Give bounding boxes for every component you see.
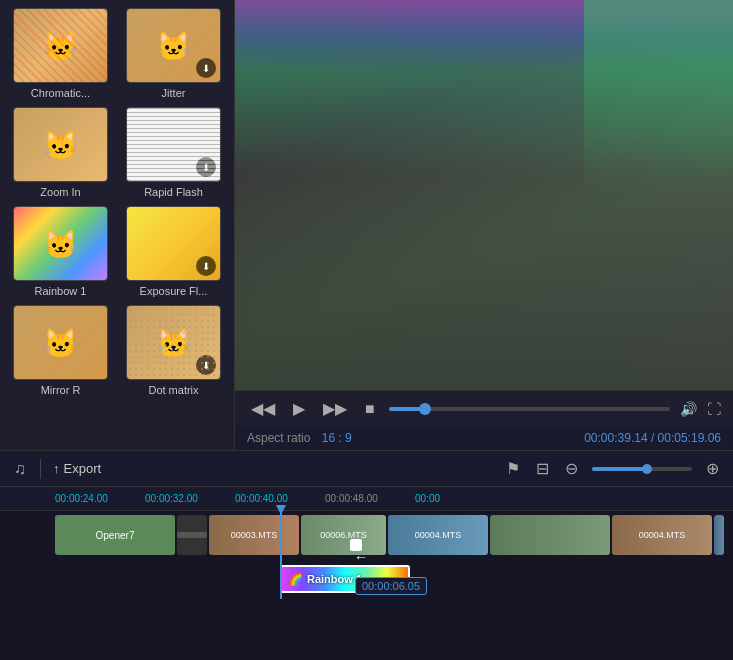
clip-opener7[interactable]: Opener7 — [55, 515, 175, 555]
effect-thumb-chromatic[interactable]: 🐱 — [13, 8, 108, 83]
playhead[interactable] — [280, 511, 282, 599]
music-note-button[interactable]: ♫ — [12, 458, 28, 480]
zoom-fill — [592, 467, 647, 471]
clip-people[interactable] — [490, 515, 610, 555]
effect-label-zoomin: Zoom In — [40, 186, 80, 198]
aspect-info-bar: Aspect ratio 16 : 9 00:00:39.14 / 00:05:… — [235, 426, 733, 450]
clip-label-opener: Opener7 — [96, 530, 135, 541]
zoom-out-button[interactable]: ⊖ — [563, 457, 580, 480]
rewind-button[interactable]: ◀◀ — [247, 397, 279, 420]
effect-item-dotmatrix[interactable]: 🐱 ⬇ Dot matrix — [121, 305, 226, 396]
effect-item-rainbow[interactable]: 🐱 Rainbow 1 — [8, 206, 113, 297]
effect-item-zoomin[interactable]: 🐱 Zoom In — [8, 107, 113, 198]
timeline-section: 00:00:24.00 00:00:32.00 00:00:40.00 00:0… — [0, 487, 733, 660]
zoom-slider-area — [592, 467, 692, 471]
download-btn-rapidflash[interactable]: ⬇ — [196, 157, 216, 177]
effects-panel: 🐱 Chromatic... 🐱 ⬇ Jitter 🐱 Zoom In — [0, 0, 235, 450]
video-preview — [235, 0, 733, 390]
fast-forward-button[interactable]: ▶▶ — [319, 397, 351, 420]
clip-06mts[interactable]: 00006.MTS — [301, 515, 386, 555]
timeline-tracks-container: Opener7 00003.MTS 00006.MTS 00004.MTS — [0, 511, 733, 599]
timestamp-value: 00:00:06.05 — [362, 580, 420, 592]
zoom-handle[interactable] — [642, 464, 652, 474]
effect-label-mirrorr: Mirror R — [41, 384, 81, 396]
effect-label-rainbow: Rainbow 1 — [35, 285, 87, 297]
ruler-mark-2: 00:00:40.00 — [235, 493, 325, 504]
fullscreen-button[interactable]: ⛶ — [707, 401, 721, 417]
clip-filler[interactable] — [177, 515, 207, 555]
rainbow-clip-label: Rainbow 1 — [307, 573, 362, 585]
clip-label-04mts-2: 00004.MTS — [639, 530, 686, 540]
cat-icon: 🐱 — [43, 29, 78, 62]
effect-thumb-dotmatrix[interactable]: 🐱 ⬇ — [126, 305, 221, 380]
export-label: Export — [64, 461, 102, 476]
aspect-ratio-info: Aspect ratio 16 : 9 — [247, 431, 352, 445]
zoom-slider[interactable] — [592, 467, 692, 471]
clip-03mts[interactable]: 00003.MTS — [209, 515, 299, 555]
effect-thumb-jitter[interactable]: 🐱 ⬇ — [126, 8, 221, 83]
clip-04mts-1[interactable]: 00004.MTS — [388, 515, 488, 555]
download-btn-dotmatrix[interactable]: ⬇ — [196, 355, 216, 375]
cat-icon-zoomin: 🐱 — [43, 128, 78, 161]
effect-label-jitter: Jitter — [162, 87, 186, 99]
effect-thumb-zoomin[interactable]: 🐱 — [13, 107, 108, 182]
export-icon: ↑ — [53, 461, 60, 476]
video-track: Opener7 00003.MTS 00006.MTS 00004.MTS — [55, 511, 733, 559]
effect-item-chromatic[interactable]: 🐱 Chromatic... — [8, 8, 113, 99]
export-button[interactable]: ↑ Export — [53, 461, 101, 476]
cat-icon-jitter: 🐱 — [156, 29, 191, 62]
effect-label-rapidflash: Rapid Flash — [144, 186, 203, 198]
clip-04mts-2[interactable]: 00004.MTS — [612, 515, 712, 555]
split-button[interactable]: ⊟ — [534, 457, 551, 480]
rainbow-clip-icon: 🌈 — [288, 572, 303, 586]
clip-end[interactable] — [714, 515, 724, 555]
cat-icon-rainbow: 🐱 — [43, 227, 78, 260]
effect-item-exposurefl[interactable]: ⬇ Exposure Fl... — [121, 206, 226, 297]
download-btn-exposurefl[interactable]: ⬇ — [196, 256, 216, 276]
effect-item-mirrorr[interactable]: 🐱 Mirror R — [8, 305, 113, 396]
effect-thumb-exposurefl[interactable]: ⬇ — [126, 206, 221, 281]
effect-thumb-rapidflash[interactable]: ⬇ — [126, 107, 221, 182]
play-button[interactable]: ▶ — [289, 397, 309, 420]
effect-label-chromatic: Chromatic... — [31, 87, 90, 99]
effect-item-jitter[interactable]: 🐱 ⬇ Jitter — [121, 8, 226, 99]
ruler-mark-3: 00:00:48.00 — [325, 493, 415, 504]
flag-button[interactable]: ⚑ — [504, 457, 522, 480]
clip-filler-bar — [177, 532, 207, 538]
total-time: 00:05:19.06 — [658, 431, 721, 445]
ruler-mark-4: 00:00 — [415, 493, 505, 504]
volume-button[interactable]: 🔊 — [680, 401, 697, 417]
cat-icon-dotmatrix: 🐱 — [156, 326, 191, 359]
effect-item-rapidflash[interactable]: ⬇ Rapid Flash — [121, 107, 226, 198]
effect-label-exposurefl: Exposure Fl... — [140, 285, 208, 297]
effects-grid: 🐱 Chromatic... 🐱 ⬇ Jitter 🐱 Zoom In — [8, 8, 226, 396]
people-overlay — [235, 137, 733, 391]
timeline-ruler: 00:00:24.00 00:00:32.00 00:00:40.00 00:0… — [0, 487, 733, 511]
toolbar-separator-1 — [40, 459, 41, 479]
ruler-marks: 00:00:24.00 00:00:32.00 00:00:40.00 00:0… — [55, 493, 505, 504]
stop-button[interactable]: ■ — [361, 398, 379, 420]
progress-bar[interactable] — [389, 407, 670, 411]
aspect-ratio-label: Aspect ratio — [247, 431, 310, 445]
toolbar: ♫ ↑ Export ⚑ ⊟ ⊖ ⊕ — [0, 450, 733, 487]
effect-thumb-rainbow[interactable]: 🐱 — [13, 206, 108, 281]
cat-icon-mirrorr: 🐱 — [43, 326, 78, 359]
clip-label-04mts-1: 00004.MTS — [415, 530, 462, 540]
effect-thumb-mirrorr[interactable]: 🐱 — [13, 305, 108, 380]
download-btn-jitter[interactable]: ⬇ — [196, 58, 216, 78]
zoom-in-button[interactable]: ⊕ — [704, 457, 721, 480]
preview-section: ◀◀ ▶ ▶▶ ■ 🔊 ⛶ Aspect ratio 16 : 9 00:00:… — [235, 0, 733, 450]
clip-label-03mts: 00003.MTS — [231, 530, 278, 540]
track-content-video: Opener7 00003.MTS 00006.MTS 00004.MTS — [55, 511, 733, 559]
ruler-mark-0: 00:00:24.00 — [55, 493, 145, 504]
time-display: 00:00:39.14 / 00:05:19.06 — [584, 431, 721, 445]
video-controls: ◀◀ ▶ ▶▶ ■ 🔊 ⛶ — [235, 390, 733, 426]
aspect-ratio-value: 16 : 9 — [322, 431, 352, 445]
top-section: 🐱 Chromatic... 🐱 ⬇ Jitter 🐱 Zoom In — [0, 0, 733, 450]
progress-handle[interactable] — [419, 403, 431, 415]
current-time: 00:00:39.14 — [584, 431, 647, 445]
effect-label-dotmatrix: Dot matrix — [148, 384, 198, 396]
snap-arrow: ← — [354, 549, 368, 565]
timestamp-tooltip: 00:00:06.05 — [355, 577, 427, 595]
ruler-mark-1: 00:00:32.00 — [145, 493, 235, 504]
